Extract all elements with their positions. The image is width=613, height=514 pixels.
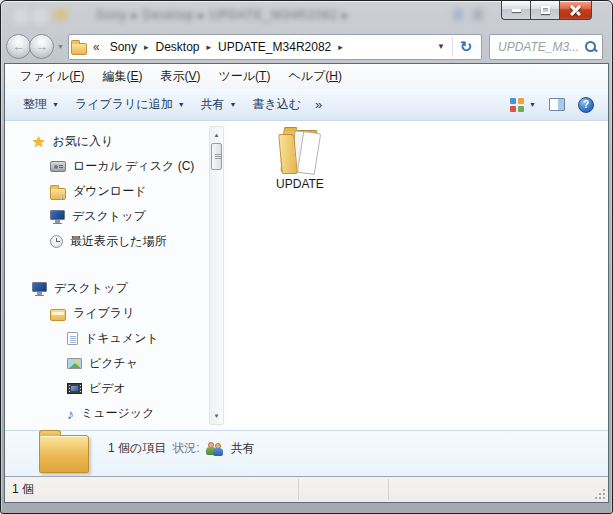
add-to-library-button[interactable]: ライブラリに追加▼ [67, 92, 193, 117]
titlebar-ghost-text: Sony ▸ Desktop ▸ UPDATE_M34R2082 ▸ [96, 8, 349, 22]
folder-open-icon [277, 127, 323, 173]
breadcrumb-overflow-chevron[interactable]: « [87, 40, 104, 54]
desktop-icon [32, 282, 47, 292]
details-item-count: 1 個の項目 [108, 440, 166, 457]
client-area: ファイル(F) 編集(E) 表示(V) ツール(T) ヘルプ(H) 整理▼ ライ… [4, 63, 609, 503]
sidebar-item-favorites[interactable]: ★お気に入り [5, 129, 226, 154]
file-list-area[interactable]: UPDATE [226, 121, 608, 430]
titlebar-ghost-blob [32, 8, 49, 25]
titlebar-ghost-blob [453, 9, 487, 20]
recent-places-icon [50, 235, 63, 248]
music-note-icon: ♪ [67, 407, 74, 421]
help-button[interactable]: ? [578, 97, 594, 113]
forward-button[interactable]: → [29, 34, 54, 59]
search-box [489, 34, 603, 60]
chevron-down-icon: ▼ [230, 101, 237, 108]
details-status-value: 共有 [231, 440, 255, 457]
sidebar-item-local-disk-c[interactable]: ローカル ディスク (C) [5, 154, 226, 179]
titlebar[interactable]: Sony ▸ Desktop ▸ UPDATE_M34R2082 ▸ [1, 1, 612, 29]
chevron-down-icon: ▼ [178, 101, 185, 108]
details-status-label: 状況: [172, 440, 199, 457]
share-button[interactable]: 共有▼ [193, 92, 245, 117]
change-view-button[interactable]: ▼ [510, 98, 536, 112]
search-icon [584, 40, 598, 54]
minimize-icon [512, 9, 521, 12]
statusbar-divider [298, 479, 299, 500]
scrollbar-thumb[interactable] [211, 143, 222, 170]
close-button[interactable] [559, 0, 592, 20]
details-pane: 1 個の項目 状況: 共有 [5, 430, 608, 476]
breadcrumb-item-update-m34r2082[interactable]: UPDATE_M34R2082 [212, 40, 337, 54]
shared-users-icon [206, 442, 225, 456]
file-label: UPDATE [276, 177, 324, 191]
minimize-button[interactable] [501, 0, 530, 20]
sidebar-scrollbar[interactable]: ▲ ▼ [209, 126, 224, 425]
recent-pages-dropdown[interactable]: ▼ [57, 43, 64, 50]
sidebar-item-recent-places[interactable]: 最近表示した場所 [5, 229, 226, 254]
views-icon [510, 98, 524, 112]
maximize-icon [541, 6, 550, 14]
desktop-icon [50, 210, 65, 220]
forward-arrow-icon: → [35, 40, 48, 53]
downloads-folder-icon: ↓ [50, 188, 66, 200]
sidebar-item-desktop-favorite[interactable]: デスクトップ [5, 204, 226, 229]
status-bar: 1 個 [5, 476, 608, 502]
titlebar-ghost-folder [54, 9, 67, 20]
breadcrumb-separator-icon[interactable]: ▸ [337, 42, 344, 52]
explorer-window: Sony ▸ Desktop ▸ UPDATE_M34R2082 ▸ ← → ▼… [0, 0, 613, 514]
chevron-down-icon: ▼ [52, 101, 59, 108]
refresh-icon[interactable]: ↻ [453, 39, 479, 54]
close-icon [570, 5, 581, 16]
chevron-down-icon: ▼ [529, 101, 536, 108]
menu-bar: ファイル(F) 編集(E) 表示(V) ツール(T) ヘルプ(H) [5, 64, 608, 89]
search-input[interactable] [496, 39, 584, 55]
toolbar-overflow-chevron[interactable]: » [309, 97, 328, 112]
file-item-update-folder[interactable]: UPDATE [252, 127, 348, 191]
pictures-icon [67, 358, 82, 369]
folder-closed-icon [39, 435, 89, 473]
sidebar-item-libraries[interactable]: ライブラリ [5, 301, 226, 326]
scroll-down-button[interactable]: ▼ [210, 409, 223, 423]
breadcrumb-item-sony[interactable]: Sony [104, 40, 143, 54]
preview-pane-button[interactable] [549, 98, 565, 111]
scroll-up-button[interactable]: ▲ [210, 128, 223, 142]
organize-button[interactable]: 整理▼ [15, 92, 67, 117]
sidebar-item-pictures[interactable]: ピクチャ [5, 351, 226, 376]
navigation-row: ← → ▼ « Sony ▸ Desktop ▸ UPDATE_M34R2082… [1, 29, 612, 64]
documents-icon [67, 332, 78, 345]
address-folder-icon [71, 43, 87, 55]
sidebar-item-documents[interactable]: ドキュメント [5, 326, 226, 351]
menu-tools[interactable]: ツール(T) [210, 65, 280, 88]
titlebar-ghost-blob [13, 8, 30, 25]
videos-icon [67, 383, 82, 394]
hard-disk-icon [50, 161, 66, 172]
download-arrow-icon: ↓ [60, 192, 65, 202]
breadcrumb-item-desktop[interactable]: Desktop [150, 40, 206, 54]
resize-grip[interactable] [594, 488, 606, 500]
toolbar-right-group: ▼ ? [510, 97, 594, 113]
sidebar-item-music[interactable]: ♪ミュージック [5, 401, 226, 426]
menu-edit[interactable]: 編集(E) [93, 65, 151, 88]
star-icon: ★ [32, 134, 45, 149]
libraries-icon [50, 309, 66, 321]
menu-view[interactable]: 表示(V) [151, 65, 209, 88]
menu-file[interactable]: ファイル(F) [11, 65, 93, 88]
menu-help[interactable]: ヘルプ(H) [279, 65, 351, 88]
address-bar[interactable]: « Sony ▸ Desktop ▸ UPDATE_M34R2082 ▸ ▼ ↻ [68, 34, 482, 60]
caption-buttons [501, 0, 592, 20]
maximize-button[interactable] [530, 0, 559, 20]
statusbar-divider [388, 479, 389, 500]
navigation-pane: ★お気に入り ローカル ディスク (C) ↓ダウンロード デスクトップ 最近表示… [5, 121, 226, 430]
details-text: 1 個の項目 状況: 共有 [108, 440, 255, 457]
sidebar-item-downloads[interactable]: ↓ダウンロード [5, 179, 226, 204]
address-history-dropdown[interactable]: ▼ [430, 42, 452, 51]
command-bar: 整理▼ ライブラリに追加▼ 共有▼ 書き込む » ▼ ? [5, 89, 608, 121]
back-button[interactable]: ← [6, 34, 31, 59]
body-row: ★お気に入り ローカル ディスク (C) ↓ダウンロード デスクトップ 最近表示… [5, 121, 608, 430]
sidebar-item-videos[interactable]: ビデオ [5, 376, 226, 401]
sidebar-item-desktop-root[interactable]: デスクトップ [5, 276, 226, 301]
statusbar-item-count: 1 個 [12, 481, 34, 498]
back-arrow-icon: ← [12, 40, 25, 53]
burn-button[interactable]: 書き込む [245, 92, 310, 117]
